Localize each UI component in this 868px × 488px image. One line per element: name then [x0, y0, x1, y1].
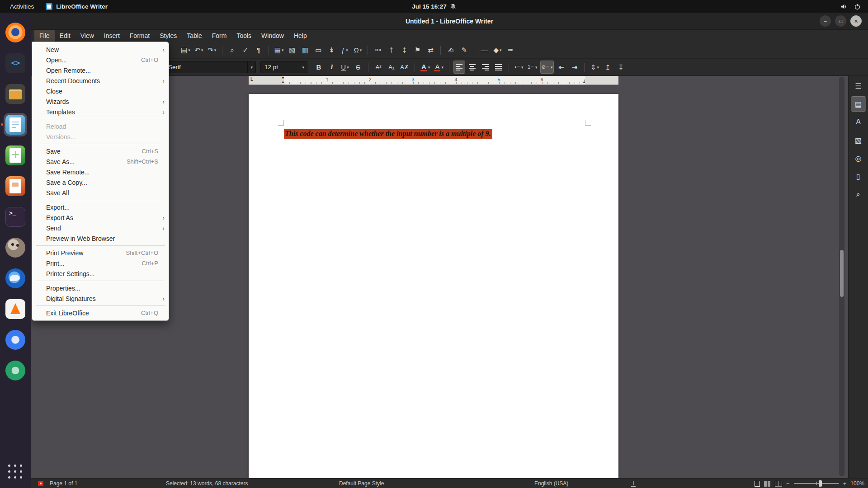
system-status-area[interactable]: [840, 3, 868, 10]
file-menu-versions[interactable]: Versions... ›: [33, 131, 168, 142]
align-right-icon[interactable]: ▾: [480, 61, 491, 73]
file-menu-printer-settings[interactable]: Printer Settings... ›: [33, 268, 168, 279]
line-spacing-icon[interactable]: ⇕ ▾: [589, 61, 600, 73]
hyperlink-icon[interactable]: ⚯ ▾: [373, 44, 383, 56]
file-menu-digital-signatures[interactable]: Digital Signatures ›: [33, 293, 168, 304]
file-menu-item[interactable]: ›: [36, 245, 165, 246]
insert-chart-icon[interactable]: ▥ ▾: [300, 44, 311, 56]
vertical-scrollbar[interactable]: [839, 77, 844, 476]
word-count-status[interactable]: Selected: 13 words, 68 characters: [166, 479, 248, 488]
insert-image-icon[interactable]: ▧ ▾: [287, 44, 297, 56]
toolbar-icon[interactable]: ▾: [269, 46, 269, 55]
italic-icon[interactable]: I ▾: [326, 61, 337, 73]
menu-edit[interactable]: Edit: [55, 30, 75, 42]
file-menu-new[interactable]: New ›: [33, 44, 168, 55]
draw-functions-icon[interactable]: ✏ ▾: [505, 44, 516, 56]
undo-icon[interactable]: ↶ ▾: [193, 44, 204, 56]
dock-gimp[interactable]: [5, 238, 25, 258]
toolbar-icon[interactable]: ▾: [368, 46, 368, 55]
file-menu-item[interactable]: ›: [36, 200, 165, 200]
menu-insert[interactable]: Insert: [99, 30, 125, 42]
activities-button[interactable]: Activities: [10, 3, 34, 10]
dock-chromium[interactable]: [5, 330, 25, 350]
file-menu-print-preview[interactable]: Print Preview Shift+Ctrl+O ›: [33, 248, 168, 258]
show-applications-button[interactable]: [5, 462, 25, 482]
insert-field-icon[interactable]: ƒ ▾: [339, 44, 350, 56]
file-menu-close[interactable]: Close ›: [33, 86, 168, 96]
focused-app-menu[interactable]: LibreOffice Writer: [46, 3, 108, 10]
dock-vlc[interactable]: [5, 299, 25, 319]
sidebar-settings-icon[interactable]: ☰: [851, 79, 866, 93]
file-menu-save[interactable]: Save Ctrl+S ›: [33, 146, 168, 156]
strikethrough-icon[interactable]: S ▾: [353, 61, 363, 73]
menu-tools[interactable]: Tools: [231, 30, 256, 42]
paste-icon[interactable]: ▤ ▾: [180, 44, 191, 56]
file-menu-wizards[interactable]: Wizards ›: [33, 96, 168, 107]
align-justify-icon[interactable]: ▾: [493, 61, 504, 73]
horizontal-ruler[interactable]: L 1234567 ▼ ▲ ▲: [249, 76, 618, 85]
zoom-percent[interactable]: 100%: [850, 480, 864, 487]
multi-page-view-icon[interactable]: [764, 481, 771, 487]
insert-table-icon[interactable]: ▦ ▾: [274, 44, 285, 56]
page-deck-icon[interactable]: ▯: [851, 169, 866, 183]
file-menu-open[interactable]: Open... Ctrl+O ›: [33, 55, 168, 65]
minimize-button[interactable]: −: [820, 15, 831, 27]
tab-stop-selector[interactable]: L: [250, 77, 253, 82]
basic-shapes-icon[interactable]: ◆ ▾: [492, 44, 503, 56]
zoom-out-button[interactable]: −: [786, 480, 790, 487]
menu-view[interactable]: View: [75, 30, 99, 42]
file-menu-item[interactable]: ›: [36, 281, 165, 281]
menu-styles[interactable]: Styles: [155, 30, 182, 42]
increase-indent-icon[interactable]: ⇥ ▾: [569, 61, 580, 73]
subscript-icon[interactable]: A₂ ▾: [386, 61, 397, 73]
align-center-icon[interactable]: ▾: [467, 61, 478, 73]
format-icon[interactable]: ▾: [415, 63, 415, 72]
decrease-indent-icon[interactable]: ⇤ ▾: [556, 61, 566, 73]
document-page[interactable]: This code can determine whether the inpu…: [249, 94, 618, 478]
clear-formatting-icon[interactable]: A✗ ▾: [399, 61, 410, 73]
horizontal-line-icon[interactable]: — ▾: [479, 44, 490, 56]
cross-reference-icon[interactable]: ⇄ ▾: [425, 44, 436, 56]
properties-deck-icon[interactable]: ▤: [851, 97, 866, 111]
dock-libreoffice-calc[interactable]: [5, 145, 25, 165]
decrease-paragraph-spacing-icon[interactable]: ↧ ▾: [615, 61, 626, 73]
format-icon[interactable]: ▾: [449, 63, 449, 72]
document-selected-text[interactable]: This code can determine whether the inpu…: [284, 129, 492, 139]
align-left-icon[interactable]: ▾: [454, 61, 465, 73]
menu-window[interactable]: Window: [256, 30, 289, 42]
gallery-deck-icon[interactable]: ▧: [851, 133, 866, 147]
toolbar-icon[interactable]: ▾: [222, 46, 222, 55]
file-menu-export[interactable]: Export... ›: [33, 202, 168, 212]
book-view-icon[interactable]: [775, 481, 782, 487]
file-menu-recent-documents[interactable]: Recent Documents ›: [33, 75, 168, 86]
title-bar[interactable]: Untitled 1 - LibreOffice Writer − □ ×: [31, 13, 868, 30]
zoom-slider[interactable]: [794, 483, 839, 484]
superscript-icon[interactable]: A² ▾: [373, 61, 384, 73]
menu-file[interactable]: File: [34, 30, 55, 42]
first-line-indent-marker[interactable]: ▼: [281, 76, 285, 80]
underline-icon[interactable]: U ▾: [340, 61, 350, 73]
insert-textbox-icon[interactable]: ▭ ▾: [313, 44, 324, 56]
file-menu-export-as[interactable]: Export As ›: [33, 212, 168, 223]
numbered-list-icon[interactable]: 1≡ ▾: [527, 61, 538, 73]
file-menu-save-remote[interactable]: Save Remote... ›: [33, 167, 168, 177]
right-indent-marker[interactable]: ▲: [582, 80, 586, 84]
menu-table[interactable]: Table: [182, 30, 207, 42]
menu-help[interactable]: Help: [289, 30, 312, 42]
file-menu-templates[interactable]: Templates ›: [33, 107, 168, 117]
file-menu-save-all[interactable]: Save All ›: [33, 188, 168, 198]
clock-button[interactable]: Jul 15 16:27: [412, 3, 456, 10]
redo-icon[interactable]: ↷ ▾: [207, 44, 217, 56]
left-indent-marker[interactable]: ▲: [281, 80, 285, 84]
dock-thunderbird[interactable]: [5, 268, 25, 288]
zoom-in-button[interactable]: +: [843, 480, 847, 487]
dock-terminal[interactable]: >_: [5, 207, 25, 227]
track-changes-icon[interactable]: ✎ ▾: [458, 44, 469, 56]
file-menu-open-remote[interactable]: Open Remote... ›: [33, 65, 168, 75]
bookmark-icon[interactable]: ⚑ ▾: [412, 44, 423, 56]
no-list-icon[interactable]: ⊘≡ ▾: [541, 61, 554, 73]
format-icon[interactable]: ▾: [509, 63, 509, 72]
file-menu-item[interactable]: ›: [36, 119, 165, 119]
toolbar-icon[interactable]: ▾: [474, 46, 474, 55]
file-menu-print[interactable]: Print... Ctrl+P ›: [33, 258, 168, 268]
